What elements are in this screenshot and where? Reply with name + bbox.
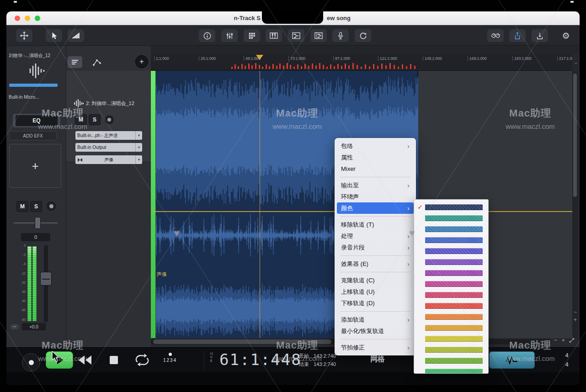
track-header[interactable]: 2: 刘德华...演唱会_12 M S Built-in...ph - 左声道 … bbox=[66, 71, 151, 162]
menu-item-16[interactable]: 下移轨道 (D) bbox=[337, 297, 414, 309]
timeline-ruler[interactable]: 1:1:00025:1:00049:1:00073:1:00097:1:0001… bbox=[151, 54, 572, 71]
menu-item-10[interactable]: 录音片段› bbox=[337, 242, 414, 253]
color-option-13[interactable] bbox=[414, 344, 488, 355]
expand-icon[interactable] bbox=[569, 338, 575, 343]
color-option-12[interactable] bbox=[414, 333, 488, 344]
checkmark-icon: ✓ bbox=[415, 203, 425, 211]
keyboard-view-button[interactable] bbox=[266, 29, 282, 42]
volume-fader-thumb[interactable] bbox=[40, 272, 52, 286]
track-list-menu-button[interactable] bbox=[68, 56, 82, 68]
menu-item-8[interactable]: 移除轨道 (T) bbox=[337, 219, 414, 230]
zoom-in-button[interactable]: + bbox=[562, 337, 565, 344]
stop-button[interactable] bbox=[110, 356, 118, 364]
color-option-3[interactable] bbox=[414, 234, 488, 245]
tuner-button[interactable] bbox=[332, 29, 349, 42]
sidebar-solo-button[interactable]: S bbox=[30, 201, 42, 212]
menu-item-5[interactable]: 环绕声 bbox=[337, 191, 414, 202]
rewind-button[interactable] bbox=[79, 355, 91, 365]
preferences-button[interactable]: ⚙ bbox=[558, 29, 574, 42]
meter-scale-label: 0 bbox=[16, 244, 26, 248]
color-option-0[interactable]: ✓ bbox=[414, 201, 488, 212]
refresh-button[interactable] bbox=[355, 29, 371, 42]
input-device-dropdown[interactable]: Built-in...ph - 左声道 ▾ bbox=[75, 131, 142, 140]
add-track-button[interactable]: + bbox=[135, 55, 148, 68]
color-option-5[interactable] bbox=[414, 256, 488, 267]
menu-item-15[interactable]: 上移轨道 (U) bbox=[337, 286, 414, 297]
refresh-icon bbox=[359, 32, 368, 40]
loop-range-readout: 开始 143:2:740 结束 143:2:740 bbox=[299, 352, 336, 368]
tuner-quick-button[interactable] bbox=[489, 351, 535, 369]
color-option-7[interactable] bbox=[414, 278, 488, 289]
grid-toggle[interactable]: 网格 bbox=[370, 355, 385, 364]
menu-item-6[interactable]: 颜色› bbox=[337, 202, 414, 214]
play-button[interactable] bbox=[46, 351, 73, 369]
menu-item-21[interactable]: 节拍修正› bbox=[337, 342, 414, 353]
menu-item-0[interactable]: 包络› bbox=[337, 140, 414, 152]
info-button[interactable] bbox=[199, 29, 215, 42]
menu-item-4[interactable]: 输出至› bbox=[337, 180, 414, 191]
zoom-in-vertical-button[interactable]: + bbox=[574, 317, 577, 323]
color-option-2[interactable] bbox=[414, 223, 488, 234]
grid-view-button[interactable] bbox=[244, 29, 260, 42]
time-display[interactable]: 61:1:448 bbox=[219, 350, 302, 369]
minimize-window-button[interactable] bbox=[25, 16, 30, 21]
sidebar-record-arm-button[interactable] bbox=[46, 201, 57, 212]
color-option-10[interactable] bbox=[414, 311, 488, 322]
color-option-15[interactable] bbox=[414, 366, 488, 374]
playhead-marker[interactable] bbox=[256, 55, 263, 60]
share-button[interactable] bbox=[509, 29, 526, 42]
zoom-out-button[interactable]: − bbox=[554, 337, 558, 344]
output-device-dropdown[interactable]: Built-in Output ▾ bbox=[75, 143, 142, 152]
menu-item-19[interactable]: 最小化/恢复轨道 bbox=[337, 325, 414, 337]
track-mute-button[interactable]: M bbox=[75, 114, 87, 125]
fade-tool-button[interactable] bbox=[68, 29, 84, 42]
menu-item-9[interactable]: 处理› bbox=[337, 230, 414, 242]
close-window-button[interactable] bbox=[15, 16, 20, 21]
eq-button[interactable]: EQ bbox=[16, 115, 58, 126]
menu-item-2[interactable]: Mixer bbox=[337, 163, 414, 175]
time-signature[interactable]: 4 4 bbox=[559, 351, 575, 369]
ruler-red-tick bbox=[361, 67, 362, 69]
settings-knobs-button[interactable] bbox=[487, 29, 504, 42]
pan-mode-dropdown[interactable]: 声像 ▾ bbox=[75, 155, 142, 164]
loop-button[interactable] bbox=[134, 353, 150, 369]
metronome-control[interactable]: 1234 bbox=[160, 353, 180, 363]
color-option-8[interactable] bbox=[414, 289, 488, 300]
export-button[interactable] bbox=[532, 29, 548, 42]
track-select-indicator[interactable] bbox=[9, 84, 58, 87]
vertical-scrollbar[interactable] bbox=[572, 71, 578, 338]
vertical-scrollbar-thumb[interactable] bbox=[573, 74, 577, 197]
drag-handle[interactable]: •• bbox=[10, 324, 19, 329]
mixer-sliders-button[interactable] bbox=[221, 29, 238, 42]
ruler-end-control[interactable]: ↔ bbox=[572, 54, 580, 71]
add-plugin-dropzone[interactable]: + bbox=[9, 144, 61, 188]
color-option-9[interactable] bbox=[414, 300, 488, 311]
zoom-out-vertical-button[interactable]: − bbox=[574, 309, 577, 315]
color-option-6[interactable] bbox=[414, 267, 488, 278]
score-view-button[interactable] bbox=[310, 29, 327, 42]
color-option-4[interactable] bbox=[414, 245, 488, 256]
record-button[interactable] bbox=[22, 353, 40, 371]
add-efx-button[interactable]: ADD EFX bbox=[9, 131, 57, 140]
zoom-window-button[interactable] bbox=[35, 16, 40, 21]
pianoroll-view-button[interactable] bbox=[288, 29, 304, 42]
live-indicator[interactable]: LIVE bbox=[210, 352, 213, 363]
horizontal-scrollbar-thumb[interactable] bbox=[153, 339, 331, 344]
menu-item-18[interactable]: 添加轨道› bbox=[337, 314, 414, 325]
sidebar-mute-button[interactable]: M bbox=[16, 201, 28, 212]
color-option-1[interactable] bbox=[414, 212, 488, 223]
move-tool-button[interactable] bbox=[16, 29, 32, 42]
select-tool-button[interactable] bbox=[46, 29, 62, 42]
track-record-arm-button[interactable] bbox=[104, 115, 114, 125]
menu-item-12[interactable]: 效果器 (E)› bbox=[337, 258, 414, 270]
track-solo-button[interactable]: S bbox=[89, 114, 101, 125]
menu-item-14[interactable]: 克隆轨道 (C) bbox=[337, 275, 414, 286]
color-option-11[interactable] bbox=[414, 322, 488, 333]
menu-item-1[interactable]: 属性 bbox=[337, 152, 414, 163]
pan-slider-thumb[interactable] bbox=[35, 217, 41, 229]
menu-separator bbox=[340, 311, 410, 312]
level-meter-left bbox=[27, 246, 32, 321]
color-option-14[interactable] bbox=[414, 355, 488, 366]
meter-scale-label: -60 bbox=[16, 318, 26, 322]
automation-mode-button[interactable] bbox=[90, 56, 104, 68]
